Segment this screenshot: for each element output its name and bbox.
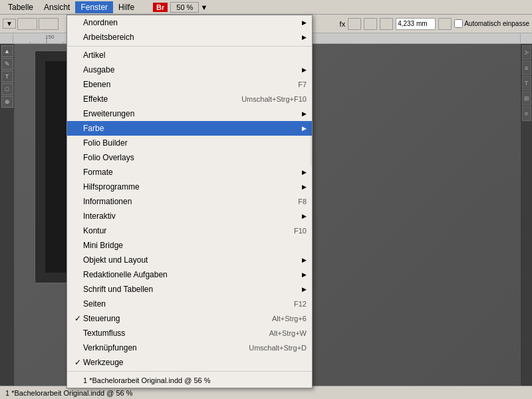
menu-item-anordnen[interactable]: Anordnen ▶ [67, 15, 312, 30]
menu-bar: Tabelle Ansicht Fenster Hilfe Br 50 % ▼ [0, 0, 532, 15]
menu-hilfe[interactable]: Hilfe [113, 1, 140, 13]
menu-item-folio-overlays[interactable]: Folio Overlays [67, 150, 312, 165]
zoom-display[interactable]: 50 % [170, 2, 199, 13]
farbe-submenu: Farbe F6 Farbfelder F5 Verlauf ↖ [312, 120, 313, 166]
fenster-dropdown: Anordnen ▶ Arbeitsbereich ▶ Artikel Ausg… [66, 15, 313, 388]
menu-item-effekte[interactable]: Effekte Umschalt+Strg+F10 [67, 92, 312, 106]
menu-item-steuerung[interactable]: ✓ Steuerung Alt+Strg+6 [67, 311, 312, 326]
auto-label: Automatisch einpasse [464, 20, 529, 27]
tool-select[interactable]: ▲ [1, 45, 13, 57]
divider-1 [67, 46, 312, 47]
menu-ansicht[interactable]: Ansicht [39, 1, 75, 13]
right-btn-3[interactable]: T [522, 76, 531, 90]
toolbar-icon4[interactable] [364, 18, 377, 30]
menu-item-footer[interactable]: 1 *Bachelorarbeit Original.indd @ 56 % [67, 373, 312, 388]
right-btn-1[interactable]: A [522, 45, 531, 60]
toolbar-icon5[interactable] [380, 18, 393, 30]
toolbar-icon3[interactable] [348, 18, 361, 30]
menu-item-schrift[interactable]: Schrift und Tabellen ▶ [67, 282, 312, 297]
menu-item-werkzeuge[interactable]: ✓ Werkzeuge [67, 355, 312, 370]
left-tools-panel: ▲ ✎ T □ ⊕ [0, 44, 15, 392]
tool-zoom[interactable]: ⊕ [1, 96, 13, 108]
right-panel: A a T ⊞ ≡ [520, 44, 532, 392]
svg-text:150: 150 [45, 34, 55, 40]
menu-item-ebenen[interactable]: Ebenen F7 [67, 77, 312, 92]
menu-item-redaktionelle[interactable]: Redaktionelle Aufgaben ▶ [67, 267, 312, 282]
right-btn-4[interactable]: ⊞ [522, 91, 531, 106]
tool-text[interactable]: T [1, 70, 13, 82]
toolbar-icon6[interactable] [438, 18, 452, 30]
menu-item-formate[interactable]: Formate ▶ [67, 165, 312, 180]
menu-item-kontur[interactable]: Kontur F10 [67, 223, 312, 238]
bridge-button[interactable]: Br [153, 3, 168, 12]
menu-item-textumfluss[interactable]: Textumfluss Alt+Strg+W [67, 326, 312, 340]
menu-tabelle[interactable]: Tabelle [3, 1, 39, 13]
menu-item-farbe[interactable]: Farbe ▶ Farbe F6 Farbfelder F5 Verlauf ↖ [67, 121, 312, 136]
menu-item-artikel[interactable]: Artikel [67, 48, 312, 63]
menu-item-folio-builder[interactable]: Folio Builder [67, 136, 312, 150]
menu-item-hilfsprogramme[interactable]: Hilfsprogramme ▶ [67, 180, 312, 194]
toolbar-icon1[interactable] [17, 18, 37, 30]
toolbar-label1: fx [340, 20, 346, 28]
menu-fenster[interactable]: Fenster [75, 1, 113, 13]
menu-item-verknuepfungen[interactable]: Verknüpfungen Umschalt+Strg+D [67, 340, 312, 355]
menu-item-arbeitsbereich[interactable]: Arbeitsbereich ▶ [67, 30, 312, 45]
tool-pen[interactable]: ✎ [1, 58, 13, 70]
menu-item-mini-bridge[interactable]: Mini Bridge [67, 238, 312, 253]
menu-item-erweiterungen[interactable]: Erweiterungen ▶ [67, 106, 312, 121]
auto-checkbox[interactable] [454, 19, 463, 28]
dimension-input[interactable]: 4,233 mm [396, 18, 436, 30]
menu-item-interaktiv[interactable]: Interaktiv ▶ [67, 209, 312, 223]
menu-item-ausgabe[interactable]: Ausgabe ▶ [67, 63, 312, 77]
right-btn-5[interactable]: ≡ [522, 106, 531, 121]
tool-rect[interactable]: □ [1, 83, 13, 95]
right-btn-2[interactable]: a [522, 61, 531, 75]
toolbar-icon2[interactable] [39, 18, 59, 30]
menu-item-objekt-layout[interactable]: Objekt und Layout ▶ [67, 253, 312, 267]
status-text: 1 *Bachelorarbeit Original.indd @ 56 % [5, 389, 133, 397]
toolbar-select[interactable]: ▼ [3, 19, 16, 29]
menu-item-seiten[interactable]: Seiten F12 [67, 297, 312, 311]
divider-bottom [67, 371, 312, 372]
menu-item-informationen[interactable]: Informationen F8 [67, 194, 312, 209]
